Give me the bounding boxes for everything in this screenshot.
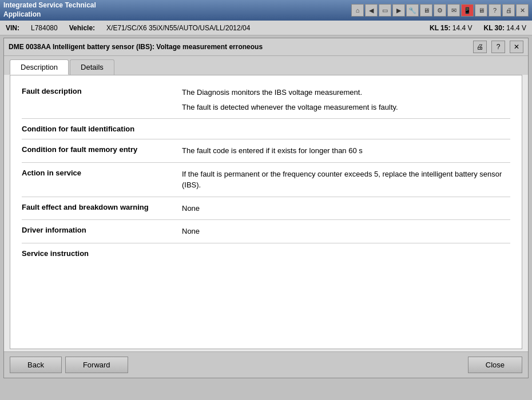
label-condition-identification: Condition for fault identification (22, 125, 182, 133)
help-icon[interactable]: ? (489, 4, 501, 17)
app-title: Integrated Service Technical Application (3, 1, 96, 19)
forward-icon[interactable]: ▶ (392, 4, 405, 17)
page-icon[interactable]: ▭ (379, 4, 391, 17)
value-fault-effect: None (182, 203, 510, 214)
label-action-service: Action in service (22, 169, 182, 177)
tab-description[interactable]: Description (10, 59, 69, 75)
value-action-service: If the fault is permanent or the frequen… (182, 169, 510, 191)
vehicle-label: Vehicle: (69, 24, 95, 32)
toolbar-icons: ⌂ ◀ ▭ ▶ 🔧 🖥 ⚙ ✉ 📱 🖥 ? 🖨 ✕ (351, 4, 529, 17)
display-icon[interactable]: 🖥 (475, 4, 487, 17)
label-driver-info: Driver information (22, 226, 182, 234)
close-button[interactable]: Close (468, 357, 522, 373)
back-button[interactable]: Back (10, 357, 62, 373)
home-icon[interactable]: ⌂ (351, 4, 364, 17)
dialog-title-bar: DME 0038AA Intelligent battery sensor (I… (4, 38, 528, 56)
dialog-help-button[interactable]: ? (491, 41, 505, 53)
tab-details[interactable]: Details (70, 59, 114, 75)
close-app-icon[interactable]: ✕ (516, 4, 529, 17)
row-condition-identification: Condition for fault identification (22, 119, 510, 139)
value-fault-description: The Diagnosis monitors the IBS voltage m… (182, 87, 510, 113)
dialog-title: DME 0038AA Intelligent battery sensor (I… (9, 43, 469, 51)
vin-value: L784080 (31, 24, 58, 32)
device-icon[interactable]: 📱 (461, 4, 474, 17)
vin-bar: VIN: L784080 Vehicle: X/E71/SC/X6 35iX/N… (0, 21, 532, 35)
settings-icon[interactable]: ⚙ (434, 4, 446, 17)
vin-label: VIN: (6, 24, 19, 32)
row-fault-description: Fault description The Diagnosis monitors… (22, 81, 510, 119)
value-driver-info: None (182, 226, 510, 237)
vehicle-value: X/E71/SC/X6 35iX/N55/AUTO/USA/LL/2012/04 (106, 24, 250, 32)
bottom-bar: Back Forward Close (4, 351, 528, 378)
label-fault-description: Fault description (22, 87, 182, 95)
label-fault-effect: Fault effect and breakdown warning (22, 203, 182, 211)
content-area: Fault description The Diagnosis monitors… (10, 75, 522, 349)
value-fault-memory: The fault code is entered if it exists f… (182, 145, 510, 157)
kl-values: KL 15: 14.4 V KL 30: 14.4 V (430, 24, 526, 32)
tools-icon[interactable]: 🔧 (406, 4, 419, 17)
label-service-instruction: Service instruction (22, 249, 182, 258)
back-icon[interactable]: ◀ (365, 4, 378, 17)
title-bar: Integrated Service Technical Application… (0, 0, 532, 21)
label-fault-memory: Condition for fault memory entry (22, 145, 182, 154)
print-icon[interactable]: 🖨 (502, 4, 515, 17)
row-action-service: Action in service If the fault is perman… (22, 163, 510, 197)
mail-icon[interactable]: ✉ (447, 4, 460, 17)
forward-button[interactable]: Forward (65, 357, 128, 373)
row-fault-memory: Condition for fault memory entry The fau… (22, 139, 510, 163)
row-service-instruction: Service instruction (22, 243, 510, 263)
dialog-print-button[interactable]: 🖨 (473, 41, 487, 53)
dialog-close-button[interactable]: ✕ (510, 41, 523, 53)
tab-bar: Description Details (4, 56, 528, 75)
screen-icon[interactable]: 🖥 (420, 4, 432, 17)
kl15: KL 15: 14.4 V (430, 24, 473, 32)
kl30: KL 30: 14.4 V (483, 24, 526, 32)
row-driver-info: Driver information None (22, 220, 510, 243)
row-fault-effect: Fault effect and breakdown warning None (22, 197, 510, 221)
dialog: DME 0038AA Intelligent battery sensor (I… (3, 38, 529, 378)
